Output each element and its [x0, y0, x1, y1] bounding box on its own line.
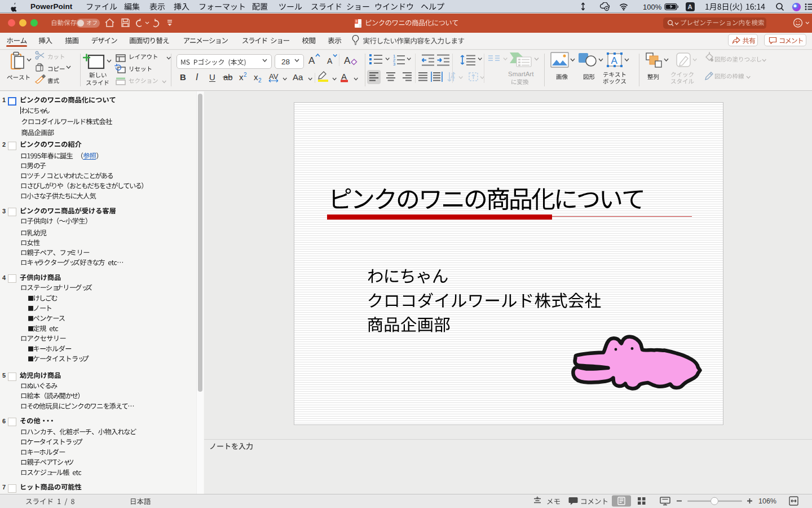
svg-text:A: A: [308, 55, 315, 66]
svg-text:A: A: [327, 56, 333, 65]
svg-text:x: x: [254, 72, 258, 82]
svg-text:2: 2: [244, 72, 247, 78]
svg-text:B: B: [180, 72, 186, 82]
svg-text:A: A: [341, 72, 347, 81]
svg-text:x: x: [239, 72, 244, 82]
svg-text:A: A: [611, 55, 618, 66]
svg-text:U: U: [209, 72, 215, 82]
svg-text:Aa: Aa: [293, 72, 303, 82]
svg-text:A: A: [344, 55, 351, 66]
svg-text:3: 3: [393, 62, 395, 67]
svg-text:I: I: [196, 72, 198, 82]
svg-text:2: 2: [258, 77, 262, 84]
